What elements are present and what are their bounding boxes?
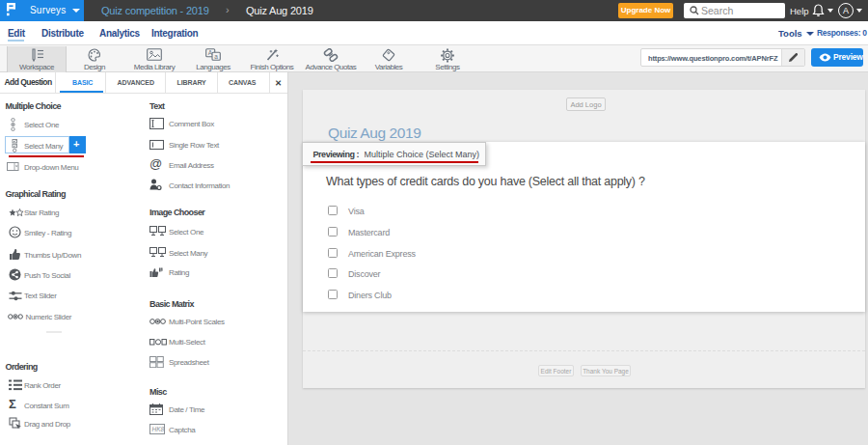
svg-text:A: A — [208, 49, 213, 56]
svg-text:HK8: HK8 — [152, 426, 165, 432]
svg-text:a: a — [214, 53, 218, 60]
